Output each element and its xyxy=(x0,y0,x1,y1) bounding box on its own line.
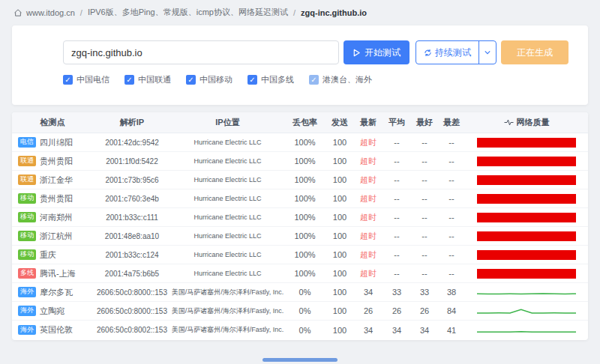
carrier-badge: 移动 xyxy=(18,212,36,222)
checkbox-icon: ✓ xyxy=(309,75,319,85)
quality-sparkline xyxy=(477,306,576,316)
cell-ip-location: Hurricane Electric LLC xyxy=(171,139,284,146)
table-row: 海外摩尔多瓦2606:50c0:8000::153美国/马萨诸塞州/海尔泽利/F… xyxy=(12,283,588,302)
cell-best: 33 xyxy=(411,288,438,297)
carrier-checkbox[interactable]: ✓中国移动 xyxy=(186,74,232,85)
carrier-badge: 海外 xyxy=(18,325,36,336)
cell-worst: -- xyxy=(438,138,465,147)
cell-resolved-ip: 2001:b33c:c124 xyxy=(93,251,171,259)
node-name: 浙江杭州 xyxy=(40,231,73,242)
carrier-checkbox[interactable]: ✓中国电信 xyxy=(63,74,110,85)
carrier-badge: 移动 xyxy=(18,193,36,204)
cell-network-quality xyxy=(465,250,588,260)
cell-sent: 100 xyxy=(326,194,354,203)
cell-ip-location: 美国/马萨诸塞州/海尔泽利/Fastly, Inc. xyxy=(171,325,284,335)
cell-resolved-ip: 2606:50c0:8000::153 xyxy=(93,307,171,315)
cell-network-quality xyxy=(465,306,588,316)
continuous-test-label: 持续测试 xyxy=(435,46,471,59)
table-body: 电信四川绵阳2001:42dc:9542Hurricane Electric L… xyxy=(12,133,588,339)
quality-bar-bad xyxy=(477,175,576,185)
carrier-checkbox[interactable]: ✓港澳台、海外 xyxy=(309,74,372,85)
column-header-label: 最新 xyxy=(360,117,376,128)
cell-average: -- xyxy=(382,231,411,240)
breadcrumb-home[interactable]: www.itdog.cn xyxy=(26,8,75,17)
checkbox-label: 中国多线 xyxy=(261,74,294,85)
cell-latest: 34 xyxy=(354,326,382,335)
target-host-input[interactable] xyxy=(63,40,339,64)
cell-average: -- xyxy=(382,250,411,259)
cell-resolved-ip: 2606:50c0:8002::153 xyxy=(93,326,171,334)
continuous-test-main[interactable]: 持续测试 xyxy=(416,41,478,64)
table-row: 移动浙江杭州2001:48e8:aa10Hurricane Electric L… xyxy=(12,227,588,246)
cell-sent: 100 xyxy=(326,157,354,166)
cell-average: -- xyxy=(382,138,411,147)
cell-ip-location: Hurricane Electric LLC xyxy=(171,213,284,221)
cell-sent: 100 xyxy=(326,326,354,335)
cell-worst: -- xyxy=(438,194,465,203)
cell-network-quality xyxy=(465,287,588,297)
cell-latest: 超时 xyxy=(354,193,382,204)
cell-node: 海外立陶宛 xyxy=(12,306,93,317)
checkbox-label: 中国联通 xyxy=(138,74,171,85)
table-row: 海外立陶宛2606:50c0:8000::153美国/马萨诸塞州/海尔泽利/Fa… xyxy=(12,302,588,321)
cell-network-quality xyxy=(465,213,588,222)
cell-node: 移动浙江杭州 xyxy=(12,231,93,242)
cell-best: -- xyxy=(411,194,438,203)
cell-worst: 84 xyxy=(438,306,465,315)
breadcrumb-target: zgq-inc.github.io xyxy=(301,8,367,17)
cell-latest: 超时 xyxy=(354,249,382,261)
cell-worst: -- xyxy=(438,175,465,184)
column-header-3: IP位置 xyxy=(171,117,284,128)
play-icon xyxy=(352,49,361,57)
horizontal-scrollbar-thumb[interactable] xyxy=(262,358,338,362)
cell-network-quality xyxy=(465,269,588,279)
cell-best: 34 xyxy=(411,326,438,335)
column-header-9: 最差 xyxy=(438,117,465,128)
cell-average: -- xyxy=(382,194,411,203)
cell-average: 26 xyxy=(382,306,411,315)
start-test-button[interactable]: 开始测试 xyxy=(344,40,410,64)
cell-ip-location: Hurricane Electric LLC xyxy=(171,251,284,258)
carrier-badge: 移动 xyxy=(18,231,36,241)
cell-node: 移动河南郑州 xyxy=(12,212,93,223)
continuous-test-button[interactable]: 持续测试 xyxy=(416,40,496,64)
node-name: 贵州贵阳 xyxy=(40,193,73,204)
column-header-label: IP位置 xyxy=(215,117,239,128)
cell-average: -- xyxy=(382,213,411,222)
cell-best: -- xyxy=(411,138,438,147)
carrier-checkbox[interactable]: ✓中国联通 xyxy=(124,74,171,85)
checkbox-icon: ✓ xyxy=(186,75,196,85)
generating-button[interactable]: 正在生成 xyxy=(501,40,568,64)
cell-average: -- xyxy=(382,175,411,184)
carrier-checkbox[interactable]: ✓中国多线 xyxy=(248,74,294,85)
cell-latest: 26 xyxy=(354,306,382,315)
column-header-label: 解析IP xyxy=(120,117,144,128)
cell-node: 移动贵州贵阳 xyxy=(12,193,93,204)
cell-latest: 超时 xyxy=(354,175,382,186)
breadcrumb-section[interactable]: IPV6版、多地Ping、常规版、icmp协议、网络延迟测试 xyxy=(88,7,288,18)
table-row: 多线腾讯-上海2001:4a75:b6b5Hurricane Electric … xyxy=(12,264,588,283)
cell-resolved-ip: 2001:1f0d:5422 xyxy=(93,157,171,166)
column-header-label: 网络质量 xyxy=(517,117,550,128)
column-header-label: 最差 xyxy=(443,117,460,128)
quality-bar-bad xyxy=(477,157,576,166)
cell-resolved-ip: 2001:4a75:b6b5 xyxy=(93,270,171,278)
cell-network-quality xyxy=(465,231,588,241)
column-header-4: 丢包率 xyxy=(284,117,326,128)
cell-sent: 100 xyxy=(326,175,354,184)
cell-sent: 100 xyxy=(326,250,354,259)
node-name: 摩尔多瓦 xyxy=(40,287,73,298)
cell-latest: 超时 xyxy=(354,156,382,167)
breadcrumb-separator: / xyxy=(80,8,82,17)
cell-ip-location: 美国/马萨诸塞州/海尔泽利/Fastly, Inc. xyxy=(171,306,284,316)
test-controls-card: 开始测试 持续测试 正在生成 ✓中国电信✓中国联通✓中国移动✓中国多线✓港澳台、… xyxy=(12,25,588,105)
column-header-label: 最好 xyxy=(416,117,433,128)
cell-worst: -- xyxy=(438,231,465,240)
table-row: 电信四川绵阳2001:42dc:9542Hurricane Electric L… xyxy=(12,133,588,152)
checkbox-icon: ✓ xyxy=(124,75,134,85)
quality-bar-bad xyxy=(477,213,576,222)
cell-best: 26 xyxy=(411,306,438,315)
column-header-2: 解析IP xyxy=(93,117,171,128)
chevron-down-icon[interactable] xyxy=(478,41,496,64)
checkbox-label: 中国电信 xyxy=(76,74,110,85)
